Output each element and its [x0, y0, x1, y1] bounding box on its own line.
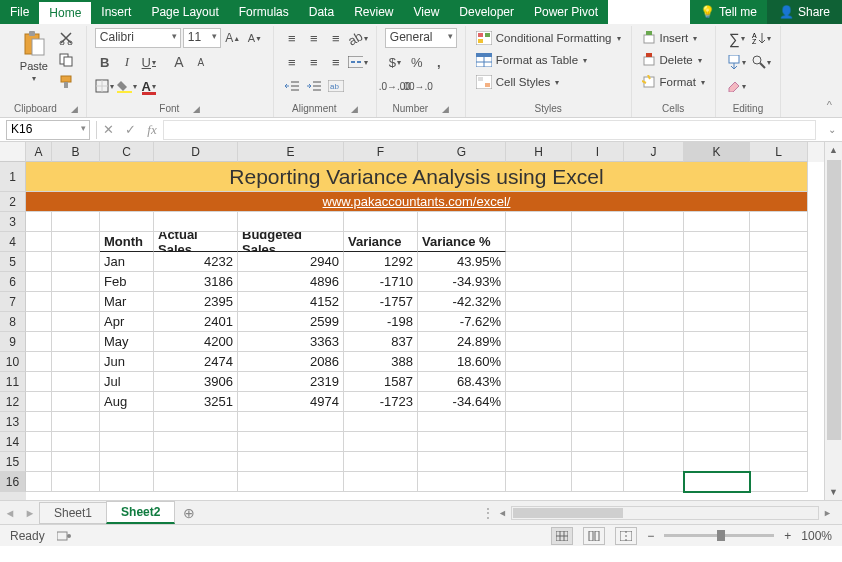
font-size-combo[interactable]: 11: [183, 28, 221, 48]
font-dialog-launcher[interactable]: ◢: [193, 104, 200, 114]
row-header-4[interactable]: 4: [0, 232, 26, 252]
align-left-button[interactable]: ≡: [282, 52, 302, 72]
decrease-indent-button[interactable]: [282, 76, 302, 96]
link-cell[interactable]: www.pakaccountants.com/excel/: [26, 192, 808, 212]
accounting-format-button[interactable]: $▾: [385, 52, 405, 72]
row-header-7[interactable]: 7: [0, 292, 26, 312]
autosum-button[interactable]: ∑▾: [724, 28, 750, 48]
table-row[interactable]: Feb: [100, 272, 154, 292]
table-row[interactable]: Apr: [100, 312, 154, 332]
number-format-combo[interactable]: General: [385, 28, 457, 48]
bold-button[interactable]: B: [95, 52, 115, 72]
number-dialog-launcher[interactable]: ◢: [442, 104, 449, 114]
paste-button[interactable]: Paste▾: [16, 28, 52, 85]
decrease-font-button[interactable]: A▼: [245, 28, 265, 48]
tab-page-layout[interactable]: Page Layout: [141, 0, 228, 24]
hscroll-right-button[interactable]: ►: [823, 508, 832, 518]
select-all-corner[interactable]: [0, 142, 26, 162]
table-row[interactable]: Jan: [100, 252, 154, 272]
row-header-1[interactable]: 1: [0, 162, 26, 192]
insert-function-button[interactable]: fx: [141, 122, 163, 138]
scroll-thumb[interactable]: [827, 160, 841, 440]
tab-developer[interactable]: Developer: [449, 0, 524, 24]
col-header-E[interactable]: E: [238, 142, 344, 162]
tab-file[interactable]: File: [0, 0, 39, 24]
sort-filter-button[interactable]: AZ▾: [752, 28, 772, 48]
table-header-budgeted[interactable]: Budgeted Sales: [238, 232, 344, 252]
font-name-combo[interactable]: Calibri: [95, 28, 181, 48]
percent-button[interactable]: %: [407, 52, 427, 72]
scroll-up-icon[interactable]: ▲: [829, 142, 838, 158]
table-header-month[interactable]: Month: [100, 232, 154, 252]
table-header-actual[interactable]: Actual Sales: [154, 232, 238, 252]
font-color-button[interactable]: A▾: [139, 76, 159, 96]
col-header-A[interactable]: A: [26, 142, 52, 162]
col-header-J[interactable]: J: [624, 142, 684, 162]
grow-font-button[interactable]: A: [169, 52, 189, 72]
row-header-6[interactable]: 6: [0, 272, 26, 292]
enter-formula-button[interactable]: ✓: [119, 122, 141, 137]
conditional-formatting-button[interactable]: Conditional Formatting▾: [474, 28, 623, 48]
tab-data[interactable]: Data: [299, 0, 344, 24]
find-select-button[interactable]: ▾: [752, 52, 772, 72]
formula-input[interactable]: [163, 120, 816, 140]
row-header-3[interactable]: 3: [0, 212, 26, 232]
row-header-14[interactable]: 14: [0, 432, 26, 452]
view-page-layout-button[interactable]: [583, 527, 605, 545]
col-header-L[interactable]: L: [750, 142, 808, 162]
zoom-in-button[interactable]: +: [784, 529, 791, 543]
cut-button[interactable]: [56, 28, 76, 48]
clear-button[interactable]: ▾: [724, 76, 750, 96]
table-row[interactable]: Jul: [100, 372, 154, 392]
cells-grid[interactable]: Reporting Variance Analysis using Excel …: [26, 162, 824, 500]
fill-color-button[interactable]: ▾: [117, 76, 137, 96]
increase-indent-button[interactable]: [304, 76, 324, 96]
row-header-11[interactable]: 11: [0, 372, 26, 392]
fill-button[interactable]: ▾: [724, 52, 750, 72]
cancel-formula-button[interactable]: ✕: [97, 122, 119, 137]
align-right-button[interactable]: ≡: [326, 52, 346, 72]
new-sheet-button[interactable]: ⊕: [175, 505, 203, 521]
copy-button[interactable]: [56, 50, 76, 70]
col-header-K[interactable]: K: [684, 142, 750, 162]
tab-formulas[interactable]: Formulas: [229, 0, 299, 24]
col-header-H[interactable]: H: [506, 142, 572, 162]
row-header-10[interactable]: 10: [0, 352, 26, 372]
insert-cells-button[interactable]: Insert▾: [640, 28, 700, 48]
col-header-C[interactable]: C: [100, 142, 154, 162]
increase-font-button[interactable]: A▲: [223, 28, 243, 48]
align-center-button[interactable]: ≡: [304, 52, 324, 72]
row-header-16[interactable]: 16: [0, 472, 26, 492]
align-top-button[interactable]: ≡: [282, 28, 302, 48]
name-box[interactable]: K16: [6, 120, 90, 140]
format-cells-button[interactable]: Format▾: [640, 72, 707, 92]
shrink-font-button[interactable]: A: [191, 52, 211, 72]
delete-cells-button[interactable]: Delete▾: [640, 50, 704, 70]
col-header-D[interactable]: D: [154, 142, 238, 162]
col-header-F[interactable]: F: [344, 142, 418, 162]
horizontal-scrollbar[interactable]: [511, 506, 819, 520]
table-row[interactable]: Aug: [100, 392, 154, 412]
col-header-G[interactable]: G: [418, 142, 506, 162]
decrease-decimal-button[interactable]: .00→.0: [407, 76, 427, 96]
table-row[interactable]: Jun: [100, 352, 154, 372]
row-header-2[interactable]: 2: [0, 192, 26, 212]
sheet-tab-2[interactable]: Sheet2: [106, 501, 175, 524]
prev-sheet-button[interactable]: ◄: [0, 507, 20, 519]
view-normal-button[interactable]: [551, 527, 573, 545]
zoom-slider[interactable]: [664, 534, 774, 537]
view-page-break-button[interactable]: [615, 527, 637, 545]
format-painter-button[interactable]: [56, 72, 76, 92]
row-header-8[interactable]: 8: [0, 312, 26, 332]
col-header-B[interactable]: B: [52, 142, 100, 162]
cell-styles-button[interactable]: Cell Styles▾: [474, 72, 561, 92]
table-header-variance[interactable]: Variance: [344, 232, 418, 252]
next-sheet-button[interactable]: ►: [20, 507, 40, 519]
merge-button[interactable]: ▾: [348, 52, 368, 72]
share-button[interactable]: 👤Share: [767, 0, 842, 24]
italic-button[interactable]: I: [117, 52, 137, 72]
table-row[interactable]: May: [100, 332, 154, 352]
row-header-9[interactable]: 9: [0, 332, 26, 352]
clipboard-dialog-launcher[interactable]: ◢: [71, 104, 78, 114]
align-middle-button[interactable]: ≡: [304, 28, 324, 48]
